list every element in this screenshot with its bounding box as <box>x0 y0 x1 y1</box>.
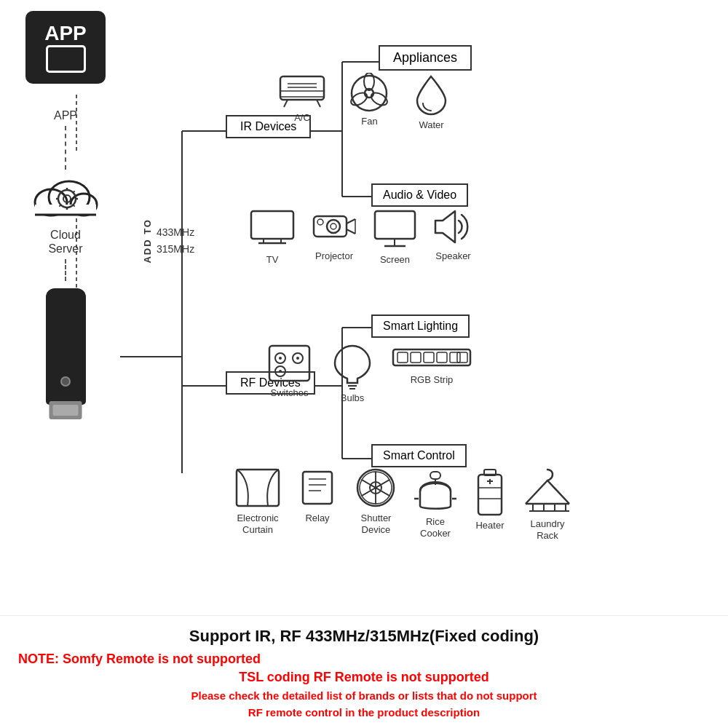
appliances-box: Appliances <box>379 45 472 71</box>
app-icon: APP <box>25 11 106 84</box>
svg-rect-66 <box>411 352 421 363</box>
app-big-text: APP <box>44 22 87 45</box>
svg-rect-53 <box>269 346 309 381</box>
freq-label: 433MHz 315MHz <box>157 224 194 257</box>
svg-rect-50 <box>375 211 415 239</box>
shutter-label: ShutterDevice <box>361 513 392 535</box>
device-relay: Relay <box>296 466 339 524</box>
svg-point-44 <box>327 220 340 233</box>
svg-line-46 <box>347 219 355 223</box>
control-row: ElectronicCurtain Relay <box>233 466 573 541</box>
device-ac: A/C <box>277 73 328 124</box>
smart-lighting-box: Smart Lighting <box>371 314 470 338</box>
svg-rect-30 <box>280 91 324 97</box>
device-rice-cooker: RiceCooker <box>413 466 458 539</box>
svg-rect-79 <box>430 472 440 479</box>
svg-rect-73 <box>303 472 332 504</box>
lighting-row: Switches Bulbs <box>266 342 472 404</box>
tv-label: TV <box>266 254 279 266</box>
note-label: NOTE: <box>18 652 59 666</box>
device-laundry-rack: LaundryRack <box>522 466 573 541</box>
svg-point-49 <box>317 219 323 225</box>
device-shutter: ShutterDevice <box>352 466 400 535</box>
device-fan: Fan <box>346 73 393 127</box>
relay-label: Relay <box>305 513 329 524</box>
svg-point-55 <box>279 357 282 360</box>
add-to-label: ADD TO <box>142 218 153 264</box>
cloud-section: Cloud Server <box>29 170 102 259</box>
device-speaker: Speaker <box>430 207 477 262</box>
heater-label: Heater <box>475 520 504 531</box>
support-text: Support IR, RF 433MHz/315MHz(Fixed codin… <box>18 627 710 646</box>
ac-label: A/C <box>294 112 310 124</box>
rice-cooker-label: RiceCooker <box>420 516 451 539</box>
svg-rect-69 <box>450 352 460 363</box>
svg-line-90 <box>547 480 569 504</box>
app-section: APP APP <box>25 11 106 126</box>
svg-point-57 <box>296 357 299 360</box>
cloud-label: Cloud Server <box>48 228 82 256</box>
fan-label: Fan <box>361 116 377 127</box>
main-container: APP APP <box>0 0 728 728</box>
svg-rect-70 <box>457 352 467 363</box>
usb-plug <box>50 401 82 419</box>
device-curtain: ElectronicCurtain <box>233 466 282 535</box>
water-label: Water <box>419 119 443 131</box>
usb-dongle-section <box>46 281 86 405</box>
curtain-label: ElectronicCurtain <box>237 513 278 535</box>
speaker-label: Speaker <box>435 250 470 262</box>
av-row: TV Projector Screen <box>248 207 477 266</box>
left-column: APP APP <box>25 0 106 405</box>
svg-point-45 <box>331 223 336 229</box>
device-water: Water <box>411 73 451 131</box>
app-label: APP <box>54 109 77 122</box>
svg-rect-65 <box>397 352 408 363</box>
dot-line-1 <box>65 126 66 170</box>
dot-line-2 <box>65 259 66 281</box>
smart-control-box: Smart Control <box>371 444 467 467</box>
rgb-strip-label: RGB Strip <box>411 374 454 386</box>
device-projector: Projector <box>308 207 360 262</box>
usb-dongle <box>46 288 86 405</box>
device-heater: Heater <box>471 466 509 531</box>
svg-rect-67 <box>424 352 434 363</box>
projector-label: Projector <box>315 250 353 262</box>
warning-text: Please check the detailed list of brands… <box>18 688 710 721</box>
svg-rect-29 <box>280 76 324 100</box>
svg-line-47 <box>347 229 355 234</box>
note-line-2: TSL coding RF Remote is not supported <box>18 670 710 685</box>
cloud-icon <box>29 170 102 228</box>
device-screen: Screen <box>371 207 419 266</box>
svg-rect-40 <box>251 211 293 239</box>
device-tv: TV <box>248 207 297 266</box>
svg-line-32 <box>317 100 320 107</box>
device-switches: Switches <box>266 342 313 399</box>
screen-label: Screen <box>380 254 410 266</box>
device-bulbs: Bulbs <box>331 342 373 404</box>
svg-line-89 <box>526 480 547 504</box>
bulbs-label: Bulbs <box>341 392 365 404</box>
av-box: Audio & Video <box>371 183 468 207</box>
device-rgb-strip: RGB Strip <box>392 342 472 386</box>
note-text-1: Somfy Remote is not supported <box>63 652 261 666</box>
svg-line-31 <box>284 100 288 107</box>
note-line-1: NOTE: Somfy Remote is not supported <box>18 652 710 667</box>
usb-indicator <box>60 376 71 387</box>
freq-section: ADD TO 433MHz 315MHz <box>142 218 194 264</box>
svg-rect-68 <box>437 352 447 363</box>
bottom-section: Support IR, RF 433MHz/315MHz(Fixed codin… <box>0 615 728 728</box>
switches-label: Switches <box>270 387 308 399</box>
tablet-icon <box>46 45 86 73</box>
svg-point-59 <box>279 370 282 373</box>
laundry-rack-label: LaundryRack <box>531 518 565 541</box>
appliances-row: A/C Fan Water <box>277 73 451 131</box>
